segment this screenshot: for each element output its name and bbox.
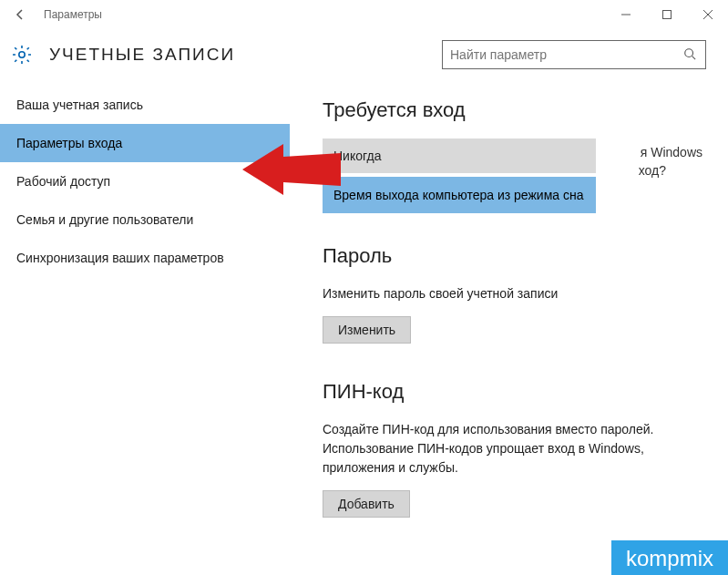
body: Ваша учетная запись Параметры входа Рабо… [0, 86, 728, 518]
password-heading: Пароль [323, 244, 702, 268]
page-title: УЧЕТНЫЕ ЗАПИСИ [49, 45, 235, 65]
svg-point-5 [685, 48, 693, 56]
search-input[interactable] [450, 47, 698, 62]
sidebar-item-sync-settings[interactable]: Синхронизация ваших параметров [0, 239, 290, 277]
sidebar-item-your-account[interactable]: Ваша учетная запись [0, 86, 290, 124]
close-button[interactable] [687, 0, 728, 29]
window-controls [605, 0, 728, 29]
search-icon [683, 47, 696, 63]
bg-text-frag2: ход? [639, 160, 666, 180]
window-caption: Параметры [44, 8, 102, 21]
sidebar-item-signin-options[interactable]: Параметры входа [0, 124, 290, 162]
dropdown-option-sleep[interactable]: Время выхода компьютера из режима сна [323, 177, 596, 213]
pin-desc: Создайте ПИН-код для использования вмест… [323, 420, 702, 477]
search-box[interactable] [442, 40, 706, 69]
require-signin-dropdown: я Windows ход? Никогда Время выхода комп… [323, 139, 702, 219]
back-button[interactable] [0, 0, 40, 29]
dropdown-selected-never[interactable]: Никогда [323, 139, 596, 173]
password-desc: Изменить пароль своей учетной записи [323, 284, 702, 303]
watermark-text: kompmix [626, 546, 713, 570]
header-row: УЧЕТНЫЕ ЗАПИСИ [0, 29, 728, 86]
watermark: kompmix [611, 540, 728, 575]
add-pin-button[interactable]: Добавить [323, 490, 410, 518]
minimize-button[interactable] [605, 0, 646, 29]
content-area: Требуется вход я Windows ход? Никогда Вр… [290, 86, 728, 518]
change-password-button[interactable]: Изменить [323, 316, 411, 344]
signin-heading: Требуется вход [323, 98, 702, 122]
maximize-button[interactable] [646, 0, 687, 29]
pin-heading: ПИН-код [323, 380, 702, 404]
titlebar: Параметры [0, 0, 728, 29]
gear-icon [11, 44, 33, 66]
svg-line-6 [692, 56, 696, 59]
header-left: УЧЕТНЫЕ ЗАПИСИ [11, 44, 235, 66]
svg-rect-1 [662, 11, 671, 19]
sidebar-item-work-access[interactable]: Рабочий доступ [0, 162, 290, 200]
sidebar: Ваша учетная запись Параметры входа Рабо… [0, 86, 290, 518]
svg-point-4 [19, 52, 25, 57]
sidebar-item-family-users[interactable]: Семья и другие пользователи [0, 200, 290, 239]
